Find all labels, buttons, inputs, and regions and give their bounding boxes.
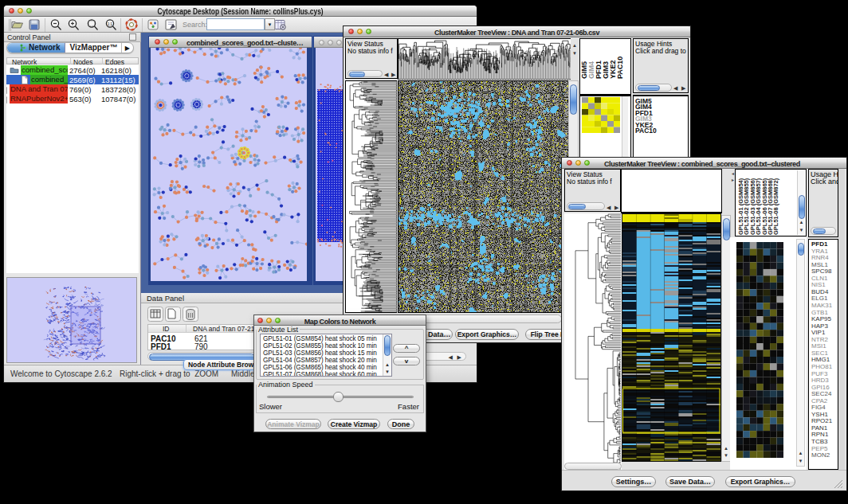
svg-text:GPL51-08 (GSM872): GPL51-08 (GSM872)	[772, 178, 779, 235]
svg-text:1:1: 1:1	[108, 22, 113, 26]
svg-text:PAC10: PAC10	[616, 57, 624, 79]
